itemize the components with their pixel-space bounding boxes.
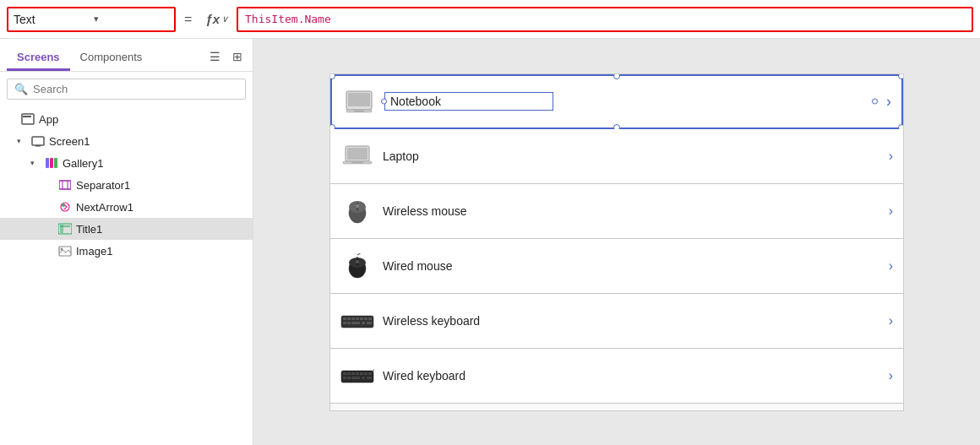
- wired-mouse-arrow: ›: [889, 258, 893, 274]
- search-input[interactable]: [33, 83, 238, 95]
- app-icon: [20, 111, 35, 127]
- property-label: Text: [14, 13, 89, 26]
- top-bar: Text ▾ = ƒx ∨ ThisItem.Name: [0, 0, 980, 39]
- svg-rect-34: [347, 317, 351, 320]
- gallery-item-wired-keyboard[interactable]: Wired keyboard ›: [330, 349, 903, 404]
- canvas-area: Notebook ›: [253, 39, 980, 445]
- gallery-item-wireless-keyboard[interactable]: Wireless keyboard ›: [330, 294, 903, 349]
- tree-label-screen1: Screen1: [49, 135, 90, 148]
- tree-label-app: App: [39, 113, 58, 126]
- wireless-mouse-arrow: ›: [889, 204, 893, 219]
- svg-rect-43: [362, 322, 365, 324]
- wired-keyboard-label: Wired keyboard: [383, 369, 880, 383]
- tab-screens[interactable]: Screens: [7, 46, 70, 71]
- wireless-mouse-image: [340, 194, 374, 228]
- tree-item-screen1[interactable]: ▾ Screen1: [0, 130, 253, 152]
- svg-rect-37: [360, 317, 363, 320]
- property-selector[interactable]: Text ▾: [7, 7, 176, 32]
- wireless-keyboard-image: [340, 304, 374, 338]
- laptop-image: [340, 139, 374, 173]
- svg-rect-36: [356, 317, 359, 320]
- notebook-label-container: Notebook: [384, 92, 874, 111]
- svg-rect-6: [54, 158, 57, 168]
- tree-label-nextarrow1: NextArrow1: [76, 201, 133, 214]
- svg-rect-41: [347, 322, 351, 324]
- svg-rect-42: [351, 322, 360, 324]
- search-icon: 🔍: [14, 83, 28, 95]
- wired-keyboard-arrow: ›: [889, 368, 893, 383]
- tree-item-title1[interactable]: Title1: [0, 218, 253, 240]
- svg-point-31: [356, 260, 359, 263]
- app-canvas: Notebook ›: [329, 73, 904, 411]
- tree-item-image1[interactable]: Image1: [0, 240, 253, 262]
- tree-item-gallery1[interactable]: ▾ Gallery1: [0, 152, 253, 174]
- svg-rect-55: [351, 377, 360, 379]
- svg-rect-35: [351, 317, 355, 320]
- formula-value-display[interactable]: ThisItem.Name: [237, 7, 973, 32]
- svg-rect-0: [22, 114, 34, 124]
- gallery-item-notebook[interactable]: Notebook ›: [330, 74, 903, 129]
- svg-rect-38: [364, 317, 368, 320]
- svg-rect-5: [50, 158, 53, 168]
- wireless-mouse-label: Wireless mouse: [383, 204, 880, 218]
- separator-icon: [57, 177, 73, 193]
- svg-rect-47: [347, 372, 351, 375]
- svg-rect-33: [343, 317, 346, 320]
- notebook-label-text: Notebook: [390, 95, 441, 108]
- gallery-item-laptop[interactable]: Laptop ›: [330, 129, 903, 184]
- svg-rect-1: [23, 116, 31, 117]
- image-icon: [57, 243, 73, 258]
- fx-label: ƒx: [205, 12, 220, 26]
- tree-label-image1: Image1: [76, 245, 112, 258]
- list-view-icon[interactable]: ☰: [206, 48, 224, 65]
- search-box: 🔍: [7, 79, 246, 100]
- svg-rect-54: [347, 377, 351, 379]
- svg-rect-17: [348, 93, 370, 106]
- svg-rect-4: [46, 158, 49, 168]
- svg-rect-49: [356, 372, 359, 375]
- svg-rect-57: [367, 377, 372, 379]
- fx-button[interactable]: ƒx ∨: [200, 10, 233, 28]
- svg-point-27: [356, 204, 359, 208]
- svg-rect-56: [362, 377, 365, 379]
- gallery-item-wired-mouse[interactable]: Wired mouse ›: [330, 239, 903, 294]
- tab-components[interactable]: Components: [70, 46, 153, 71]
- sidebar-tabs: Screens Components ☰ ⊞: [0, 39, 253, 72]
- sidebar: Screens Components ☰ ⊞ 🔍 App: [0, 39, 253, 445]
- svg-rect-3: [35, 145, 41, 147]
- svg-rect-46: [343, 372, 346, 375]
- fx-chevron: ∨: [221, 14, 228, 24]
- main-layout: Screens Components ☰ ⊞ 🔍 App: [0, 39, 980, 445]
- equals-sign: =: [181, 12, 195, 27]
- formula-text: ThisItem.Name: [245, 13, 331, 25]
- svg-rect-12: [58, 224, 72, 234]
- svg-rect-7: [59, 181, 71, 189]
- gallery-list: Notebook ›: [330, 74, 903, 410]
- gallery-icon: [44, 155, 59, 171]
- tree-item-separator1[interactable]: Separator1: [0, 174, 253, 196]
- tree-item-app[interactable]: App: [0, 108, 253, 130]
- svg-point-15: [61, 247, 63, 250]
- svg-rect-51: [364, 372, 368, 375]
- sidebar-tab-icons: ☰ ⊞: [206, 48, 246, 68]
- grid-view-icon[interactable]: ⊞: [229, 48, 246, 65]
- tree-label-gallery1: Gallery1: [63, 157, 103, 170]
- formula-bar: ƒx ∨ ThisItem.Name: [200, 7, 973, 32]
- handle-tl: [330, 74, 335, 79]
- label-handle-left: [381, 99, 387, 105]
- title-icon: [57, 221, 73, 236]
- tree-item-nextarrow1[interactable]: NextArrow1: [0, 196, 253, 218]
- property-dropdown-chevron: ▾: [94, 14, 169, 24]
- svg-rect-2: [32, 137, 44, 145]
- label-handle-right: [872, 99, 878, 105]
- svg-rect-40: [343, 322, 346, 324]
- wired-mouse-label: Wired mouse: [383, 259, 880, 273]
- wireless-keyboard-arrow: ›: [889, 313, 893, 328]
- notebook-image: [342, 84, 376, 118]
- svg-rect-53: [343, 377, 346, 379]
- tree: App ▾ Screen1 ▾ Ga: [0, 105, 253, 445]
- svg-rect-23: [351, 161, 363, 163]
- tree-arrow-gallery1: ▾: [30, 159, 41, 167]
- gallery-item-wireless-mouse[interactable]: Wireless mouse ›: [330, 184, 903, 239]
- svg-rect-48: [351, 372, 355, 375]
